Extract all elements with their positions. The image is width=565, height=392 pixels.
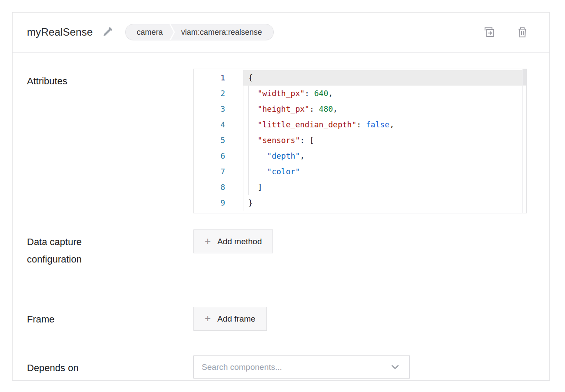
line-number: 5 <box>194 133 243 148</box>
code-lines: 1{2 "width_px": 640,3 "height_px": 480,4… <box>194 70 526 211</box>
code-line-content: "little_endian_depth": false, <box>243 117 526 133</box>
attributes-row: Attributes 1{2 "width_px": 640,3 "height… <box>27 69 549 213</box>
code-line[interactable]: 5 "sensors": [ <box>194 133 526 148</box>
component-model: viam:camera:realsense <box>181 28 262 37</box>
line-number: 6 <box>194 148 243 164</box>
plus-icon: + <box>205 313 211 324</box>
delete-button[interactable] <box>517 27 528 38</box>
line-number: 9 <box>194 195 243 211</box>
code-line[interactable]: 3 "height_px": 480, <box>194 101 526 117</box>
component-body: Attributes 1{2 "width_px": 640,3 "height… <box>13 69 549 379</box>
frame-row: Frame + Add frame <box>27 307 549 331</box>
add-frame-button[interactable]: + Add frame <box>193 307 267 331</box>
line-number: 3 <box>194 101 243 117</box>
code-line[interactable]: 9} <box>194 195 526 211</box>
component-type-badge: camera viam:camera:realsense <box>125 24 274 40</box>
code-line[interactable]: 6 "depth", <box>194 148 526 164</box>
code-line-content: "color" <box>243 164 526 179</box>
line-number: 4 <box>194 117 243 133</box>
code-line-content: "sensors": [ <box>243 133 526 148</box>
code-line[interactable]: 1{ <box>194 70 526 86</box>
plus-icon: + <box>205 236 211 246</box>
line-number: 2 <box>194 86 243 101</box>
component-name: myRealSense <box>27 26 93 38</box>
edit-name-button[interactable] <box>102 27 113 38</box>
attributes-code-editor[interactable]: 1{2 "width_px": 640,3 "height_px": 480,4… <box>193 69 527 213</box>
header-actions <box>483 26 528 38</box>
attributes-label: Attributes <box>27 69 193 90</box>
component-type: camera <box>137 28 163 37</box>
line-number: 8 <box>194 179 243 195</box>
frame-label: Frame <box>27 307 193 328</box>
pencil-icon <box>102 27 113 38</box>
scrollbar-active-mark <box>523 69 526 85</box>
duplicate-icon <box>483 26 495 38</box>
component-header: myRealSense camera viam:camera:realsense <box>13 13 549 53</box>
code-line[interactable]: 7 "color" <box>194 164 526 179</box>
code-line-content: "depth", <box>243 148 526 164</box>
code-line-content: } <box>243 195 526 211</box>
code-line-content: { <box>243 70 526 86</box>
code-line-content: ] <box>243 179 526 195</box>
data-capture-label: Data capture configuration <box>27 229 193 268</box>
add-method-button[interactable]: + Add method <box>193 229 273 253</box>
line-number: 7 <box>194 164 243 179</box>
component-config-card: myRealSense camera viam:camera:realsense <box>12 12 550 381</box>
code-line-content: "width_px": 640, <box>243 86 526 101</box>
duplicate-button[interactable] <box>483 26 495 38</box>
data-capture-row: Data capture configuration + Add method <box>27 229 549 268</box>
code-line[interactable]: 8 ] <box>194 179 526 195</box>
depends-on-row: Depends on <box>27 355 549 379</box>
trash-icon <box>517 27 528 38</box>
code-line-content: "height_px": 480, <box>243 101 526 117</box>
search-components-input[interactable] <box>194 356 409 378</box>
line-number: 1 <box>194 70 243 86</box>
depends-on-label: Depends on <box>27 355 193 377</box>
breadcrumb-chevron-icon <box>169 24 175 40</box>
code-line[interactable]: 4 "little_endian_depth": false, <box>194 117 526 133</box>
code-line[interactable]: 2 "width_px": 640, <box>194 86 526 101</box>
editor-scrollbar[interactable] <box>522 69 526 213</box>
depends-on-select[interactable] <box>193 355 410 379</box>
